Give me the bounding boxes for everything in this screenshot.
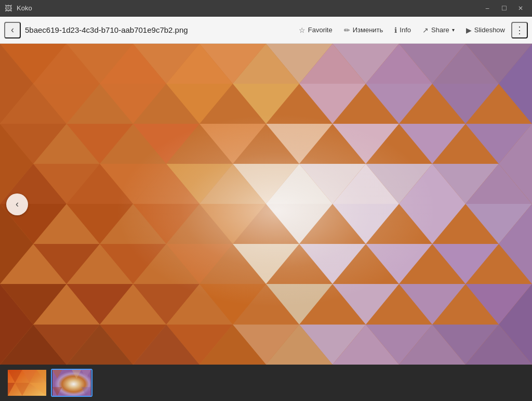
app-icon: 🖼 (4, 4, 12, 12)
edit-label: Изменить (353, 26, 383, 34)
title-bar-left: 🖼 Koko (4, 4, 32, 12)
slideshow-label: Slideshow (474, 26, 505, 34)
slideshow-button[interactable]: ▶ Slideshow (461, 23, 510, 37)
thumbnail-2[interactable] (51, 369, 92, 397)
prev-button[interactable]: ‹ (6, 193, 28, 215)
slideshow-icon: ▶ (466, 26, 472, 34)
title-bar-title: Koko (17, 4, 32, 12)
close-button[interactable]: ✕ (513, 2, 528, 15)
thumbnail-strip (0, 365, 532, 401)
favorite-label: Favorite (308, 26, 332, 34)
more-button[interactable]: ⋮ (511, 22, 528, 38)
filename-label: 5baec619-1d23-4c3d-b710-aab701e9c7b2.png (25, 25, 291, 34)
main-image-area: ‹ (0, 44, 532, 365)
share-dropdown-icon: ▾ (452, 27, 455, 33)
thumbnail-1[interactable] (6, 369, 48, 397)
info-button[interactable]: ℹ Info (389, 23, 416, 37)
main-image (0, 44, 532, 365)
share-label: Share (431, 26, 449, 34)
favorite-button[interactable]: ☆ Favorite (294, 23, 338, 37)
info-label: Info (400, 26, 411, 34)
share-icon: ↗ (422, 26, 429, 34)
back-button[interactable]: ‹ (4, 22, 21, 38)
star-icon: ☆ (299, 26, 305, 34)
edit-button[interactable]: ✏ Изменить (339, 23, 389, 37)
maximize-button[interactable]: ☐ (497, 2, 511, 15)
title-bar: 🖼 Koko – ☐ ✕ (0, 0, 532, 17)
svg-rect-94 (0, 44, 532, 365)
toolbar: ‹ 5baec619-1d23-4c3d-b710-aab701e9c7b2.p… (0, 17, 532, 44)
share-button[interactable]: ↗ Share ▾ (417, 23, 460, 37)
prev-icon: ‹ (16, 199, 19, 210)
minimize-button[interactable]: – (480, 2, 495, 15)
more-icon: ⋮ (515, 24, 524, 36)
title-bar-controls: – ☐ ✕ (480, 2, 528, 15)
toolbar-actions: ☆ Favorite ✏ Изменить ℹ Info ↗ Share ▾ ▶… (294, 22, 528, 38)
back-icon: ‹ (11, 24, 14, 35)
info-icon: ℹ (394, 26, 397, 34)
edit-icon: ✏ (344, 26, 350, 34)
